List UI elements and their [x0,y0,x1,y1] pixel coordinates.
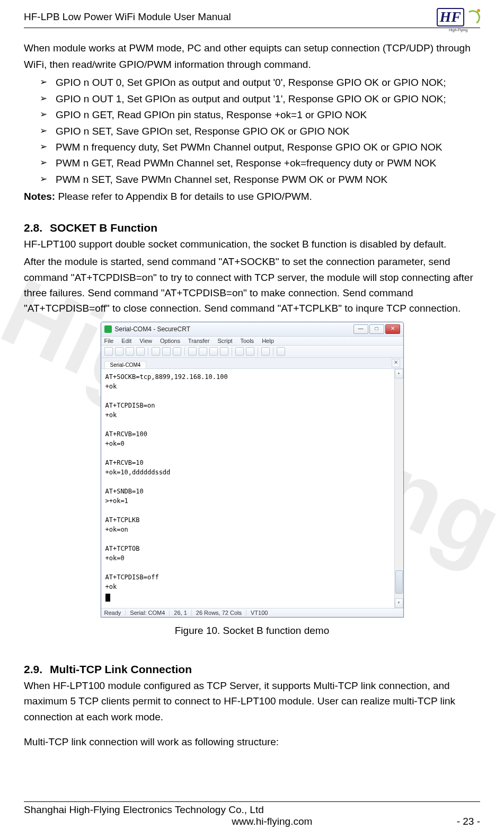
window-title: Serial-COM4 - SecureCRT [115,325,353,333]
brand-logo: HF High-Flying [437,8,480,27]
status-ready: Ready [104,610,126,616]
status-bar: Ready Serial: COM4 26, 1 26 Rows, 72 Col… [101,608,403,617]
menu-view[interactable]: View [139,338,152,344]
toolbar-icon[interactable] [209,347,218,356]
toolbar-icon[interactable] [220,347,228,356]
status-term-size: 26 Rows, 72 Cols [196,610,246,616]
tab-close-icon[interactable]: ✕ [392,359,400,367]
toolbar-icon[interactable] [199,347,207,356]
toolbar-icon[interactable] [152,347,160,356]
list-item: GPIO n GET, Read GPIOn pin status, Respo… [40,107,480,123]
logo-swoosh-icon [465,8,480,26]
toolbar-icon[interactable] [173,347,181,356]
terminal-area[interactable]: AT+SOCKB=tcp,8899,192.168.10.100 +ok AT+… [101,369,403,608]
list-item: GPIO n OUT 1, Set GPIOn as output and ou… [40,91,480,107]
terminal-output: AT+SOCKB=tcp,8899,192.168.10.100 +ok AT+… [105,372,401,592]
menu-options[interactable]: Options [160,338,180,344]
notes-label: Notes: [24,191,55,202]
scroll-down-icon[interactable]: ▾ [395,598,403,608]
toolbar-icon[interactable] [277,347,285,356]
toolbar-separator [232,347,232,356]
scrollbar[interactable]: ▴ ▾ [394,369,403,608]
sec29-p2: Multi-TCP link connection will work as f… [24,734,480,749]
toolbar-icon[interactable] [246,347,254,356]
securecrt-window: Serial-COM4 - SecureCRT — □ ✕ File Edit … [101,322,404,618]
cursor-icon [105,594,110,602]
section-number: 2.8. [24,222,42,234]
section-2-9-heading: 2.9.Multi-TCP Link Connection [24,663,480,676]
list-item: PWM n frequency duty, Set PWMn Channel o… [40,139,480,155]
maximize-button[interactable]: □ [369,324,384,334]
list-item: PWM n GET, Read PWMn Channel set, Respon… [40,155,480,171]
status-emulation: VT100 [251,610,272,616]
section-number: 2.9. [24,663,42,675]
app-icon [104,325,112,333]
sec28-p1: HF-LPT100 support double socket communic… [24,236,480,252]
toolbar-separator [273,347,273,356]
minimize-button[interactable]: — [353,324,368,334]
notes-line: Notes: Please refer to Appendix B for de… [24,189,480,204]
command-list: GPIO n OUT 0, Set GPIOn as output and ou… [24,75,480,188]
toolbar-separator [258,347,258,356]
page-number: - 23 - [457,816,480,827]
toolbar [101,346,403,358]
close-button[interactable]: ✕ [385,324,400,334]
intro-paragraph: When module works at PWM mode, PC and ot… [24,40,480,73]
figure-10: Serial-COM4 - SecureCRT — □ ✕ File Edit … [24,322,480,637]
menu-edit[interactable]: Edit [121,338,131,344]
footer-url: www.hi-flying.com [232,816,312,827]
notes-text: Please refer to Appendix B for details t… [55,191,312,202]
toolbar-separator [148,347,148,356]
menu-script[interactable]: Script [217,338,232,344]
menu-help[interactable]: Help [262,338,274,344]
list-item: PWM n SET, Save PWMn Channel set, Respon… [40,172,480,188]
toolbar-icon[interactable] [261,347,270,356]
footer-company: Shanghai High-Flying Electronics Technol… [24,804,480,816]
toolbar-icon[interactable] [115,347,123,356]
scroll-thumb[interactable] [395,570,403,594]
toolbar-separator [184,347,185,356]
page-footer: Shanghai High-Flying Electronics Technol… [24,801,480,827]
scroll-track[interactable] [395,378,403,599]
header-title: HF-LPB Low Power WiFi Module User Manual [24,11,231,23]
status-cursor-pos: 26, 1 [174,610,191,616]
toolbar-icon[interactable] [104,347,113,356]
section-title: SOCKET B Function [50,222,157,234]
logo-hf-text: HF [437,8,464,27]
section-2-8-heading: 2.8.SOCKET B Function [24,222,480,234]
menu-file[interactable]: File [104,338,114,344]
menubar: File Edit View Options Transfer Script T… [101,337,403,346]
scroll-up-icon[interactable]: ▴ [395,369,403,378]
figure-caption: Figure 10. Socket B function demo [24,625,480,637]
tab-serial-com4[interactable]: Serial-COM4 [104,361,147,368]
toolbar-icon[interactable] [126,347,134,356]
menu-tools[interactable]: Tools [240,338,254,344]
list-item: GPIO n OUT 0, Set GPIOn as output and ou… [40,75,480,91]
section-title: Multi-TCP Link Connection [50,663,192,675]
status-port: Serial: COM4 [130,610,170,616]
sec28-p2: After the module is started, send comman… [24,254,480,316]
toolbar-icon[interactable] [136,347,145,356]
list-item: GPIO n SET, Save GPIOn set, Response GPI… [40,124,480,139]
page-header: HF-LPB Low Power WiFi Module User Manual… [24,8,480,28]
toolbar-icon[interactable] [162,347,171,356]
sec29-p1: When HF-LPT100 module configured as TCP … [24,678,480,725]
tab-bar: Serial-COM4 ✕ [101,358,403,369]
toolbar-icon[interactable] [235,347,244,356]
menu-transfer[interactable]: Transfer [188,338,210,344]
toolbar-icon[interactable] [188,347,197,356]
logo-sublabel: High-Flying [449,28,467,32]
window-titlebar: Serial-COM4 - SecureCRT — □ ✕ [101,322,403,337]
